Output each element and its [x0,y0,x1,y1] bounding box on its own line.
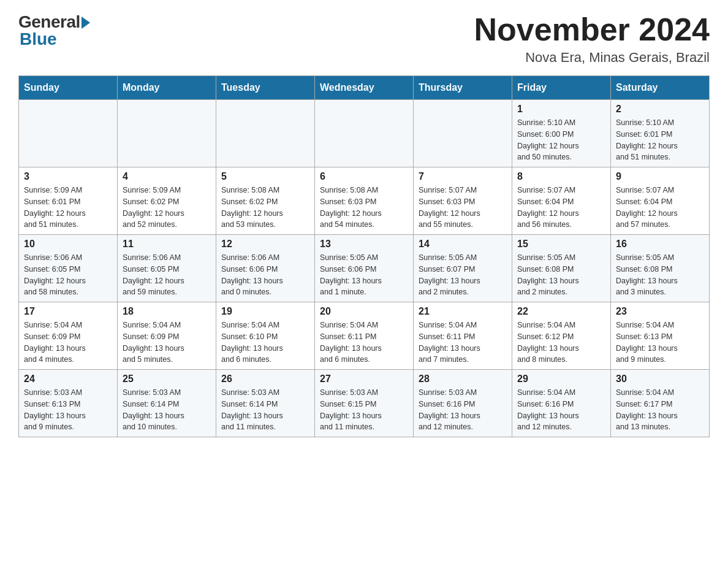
calendar-cell: 18Sunrise: 5:04 AM Sunset: 6:09 PM Dayli… [118,302,216,370]
day-number: 8 [517,171,605,182]
day-number: 30 [616,373,704,385]
calendar-cell [315,100,414,167]
day-info: Sunrise: 5:04 AM Sunset: 6:13 PM Dayligh… [616,320,704,366]
day-info: Sunrise: 5:06 AM Sunset: 6:05 PM Dayligh… [24,252,112,298]
calendar-cell: 2Sunrise: 5:10 AM Sunset: 6:01 PM Daylig… [611,100,710,167]
logo-arrow-icon [82,17,90,29]
weekday-header-saturday: Saturday [611,76,710,100]
calendar-cell: 11Sunrise: 5:06 AM Sunset: 6:05 PM Dayli… [118,235,216,302]
logo-blue-text: Blue [20,29,57,49]
calendar-week-row: 24Sunrise: 5:03 AM Sunset: 6:13 PM Dayli… [19,370,710,437]
day-info: Sunrise: 5:07 AM Sunset: 6:04 PM Dayligh… [517,185,605,231]
day-info: Sunrise: 5:04 AM Sunset: 6:17 PM Dayligh… [616,387,704,433]
day-number: 7 [419,171,507,182]
day-info: Sunrise: 5:04 AM Sunset: 6:11 PM Dayligh… [320,320,408,366]
day-number: 2 [616,104,704,115]
calendar-cell [216,100,315,167]
day-number: 20 [320,306,408,317]
day-number: 3 [24,171,112,182]
day-number: 1 [517,104,605,115]
calendar-cell: 5Sunrise: 5:08 AM Sunset: 6:02 PM Daylig… [216,167,315,235]
weekday-header-wednesday: Wednesday [315,76,414,100]
day-number: 16 [616,239,704,250]
day-info: Sunrise: 5:04 AM Sunset: 6:09 PM Dayligh… [24,320,112,366]
day-info: Sunrise: 5:05 AM Sunset: 6:08 PM Dayligh… [616,252,704,298]
day-info: Sunrise: 5:05 AM Sunset: 6:08 PM Dayligh… [517,252,605,298]
calendar-cell: 9Sunrise: 5:07 AM Sunset: 6:04 PM Daylig… [611,167,710,235]
day-info: Sunrise: 5:05 AM Sunset: 6:06 PM Dayligh… [320,252,408,298]
calendar-cell: 13Sunrise: 5:05 AM Sunset: 6:06 PM Dayli… [315,235,414,302]
calendar-cell: 10Sunrise: 5:06 AM Sunset: 6:05 PM Dayli… [19,235,118,302]
day-number: 29 [517,373,605,385]
calendar-cell: 17Sunrise: 5:04 AM Sunset: 6:09 PM Dayli… [19,302,118,370]
calendar-cell: 15Sunrise: 5:05 AM Sunset: 6:08 PM Dayli… [512,235,611,302]
calendar-cell: 26Sunrise: 5:03 AM Sunset: 6:14 PM Dayli… [216,370,315,437]
calendar-cell: 28Sunrise: 5:03 AM Sunset: 6:16 PM Dayli… [414,370,512,437]
day-info: Sunrise: 5:04 AM Sunset: 6:16 PM Dayligh… [517,387,605,433]
calendar-cell: 6Sunrise: 5:08 AM Sunset: 6:03 PM Daylig… [315,167,414,235]
day-info: Sunrise: 5:03 AM Sunset: 6:16 PM Dayligh… [419,387,507,433]
day-number: 22 [517,306,605,317]
day-info: Sunrise: 5:09 AM Sunset: 6:01 PM Dayligh… [24,185,112,231]
title-block: November 2024 Nova Era, Minas Gerais, Br… [474,12,710,66]
day-info: Sunrise: 5:05 AM Sunset: 6:07 PM Dayligh… [419,252,507,298]
calendar-week-row: 10Sunrise: 5:06 AM Sunset: 6:05 PM Dayli… [19,235,710,302]
calendar-cell: 25Sunrise: 5:03 AM Sunset: 6:14 PM Dayli… [118,370,216,437]
calendar-cell: 12Sunrise: 5:06 AM Sunset: 6:06 PM Dayli… [216,235,315,302]
day-info: Sunrise: 5:08 AM Sunset: 6:03 PM Dayligh… [320,185,408,231]
calendar-title: November 2024 [474,12,710,47]
day-number: 23 [616,306,704,317]
calendar-cell: 27Sunrise: 5:03 AM Sunset: 6:15 PM Dayli… [315,370,414,437]
calendar-cell: 7Sunrise: 5:07 AM Sunset: 6:03 PM Daylig… [414,167,512,235]
page-header: General Blue November 2024 Nova Era, Min… [18,12,710,66]
calendar-cell: 20Sunrise: 5:04 AM Sunset: 6:11 PM Dayli… [315,302,414,370]
day-number: 12 [221,239,309,250]
calendar-cell: 1Sunrise: 5:10 AM Sunset: 6:00 PM Daylig… [512,100,611,167]
day-number: 4 [123,171,211,182]
day-info: Sunrise: 5:03 AM Sunset: 6:14 PM Dayligh… [123,387,211,433]
day-number: 19 [221,306,309,317]
day-info: Sunrise: 5:08 AM Sunset: 6:02 PM Dayligh… [221,185,309,231]
calendar-subtitle: Nova Era, Minas Gerais, Brazil [474,50,710,66]
day-info: Sunrise: 5:09 AM Sunset: 6:02 PM Dayligh… [123,185,211,231]
day-info: Sunrise: 5:04 AM Sunset: 6:12 PM Dayligh… [517,320,605,366]
day-info: Sunrise: 5:07 AM Sunset: 6:03 PM Dayligh… [419,185,507,231]
day-info: Sunrise: 5:03 AM Sunset: 6:13 PM Dayligh… [24,387,112,433]
day-info: Sunrise: 5:06 AM Sunset: 6:05 PM Dayligh… [123,252,211,298]
day-number: 21 [419,306,507,317]
day-info: Sunrise: 5:10 AM Sunset: 6:01 PM Dayligh… [616,117,704,163]
calendar-cell: 30Sunrise: 5:04 AM Sunset: 6:17 PM Dayli… [611,370,710,437]
calendar-cell: 8Sunrise: 5:07 AM Sunset: 6:04 PM Daylig… [512,167,611,235]
day-number: 14 [419,239,507,250]
day-number: 25 [123,373,211,385]
calendar-cell: 21Sunrise: 5:04 AM Sunset: 6:11 PM Dayli… [414,302,512,370]
day-number: 6 [320,171,408,182]
day-number: 13 [320,239,408,250]
weekday-header-friday: Friday [512,76,611,100]
day-info: Sunrise: 5:04 AM Sunset: 6:10 PM Dayligh… [221,320,309,366]
weekday-header-monday: Monday [118,76,216,100]
calendar-cell: 24Sunrise: 5:03 AM Sunset: 6:13 PM Dayli… [19,370,118,437]
day-info: Sunrise: 5:10 AM Sunset: 6:00 PM Dayligh… [517,117,605,163]
day-number: 10 [24,239,112,250]
weekday-header-thursday: Thursday [414,76,512,100]
weekday-header-tuesday: Tuesday [216,76,315,100]
day-info: Sunrise: 5:03 AM Sunset: 6:14 PM Dayligh… [221,387,309,433]
calendar-cell: 3Sunrise: 5:09 AM Sunset: 6:01 PM Daylig… [19,167,118,235]
calendar-week-row: 1Sunrise: 5:10 AM Sunset: 6:00 PM Daylig… [19,100,710,167]
day-number: 5 [221,171,309,182]
calendar-cell: 22Sunrise: 5:04 AM Sunset: 6:12 PM Dayli… [512,302,611,370]
calendar-cell [414,100,512,167]
day-number: 11 [123,239,211,250]
calendar-cell [118,100,216,167]
weekday-header-sunday: Sunday [19,76,118,100]
calendar-cell: 16Sunrise: 5:05 AM Sunset: 6:08 PM Dayli… [611,235,710,302]
calendar-cell: 4Sunrise: 5:09 AM Sunset: 6:02 PM Daylig… [118,167,216,235]
day-info: Sunrise: 5:03 AM Sunset: 6:15 PM Dayligh… [320,387,408,433]
calendar-cell: 23Sunrise: 5:04 AM Sunset: 6:13 PM Dayli… [611,302,710,370]
day-info: Sunrise: 5:07 AM Sunset: 6:04 PM Dayligh… [616,185,704,231]
day-number: 26 [221,373,309,385]
day-number: 15 [517,239,605,250]
calendar-week-row: 3Sunrise: 5:09 AM Sunset: 6:01 PM Daylig… [19,167,710,235]
calendar-cell: 19Sunrise: 5:04 AM Sunset: 6:10 PM Dayli… [216,302,315,370]
